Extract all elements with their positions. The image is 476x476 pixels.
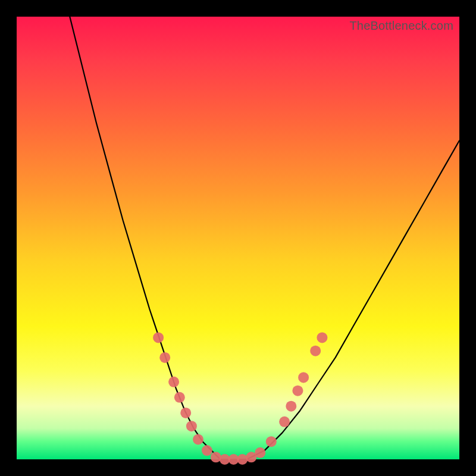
marker-dots (153, 332, 327, 465)
chart-svg (17, 17, 459, 459)
curve-line (70, 17, 459, 459)
svg-point-16 (286, 401, 296, 412)
svg-point-17 (292, 386, 303, 396)
svg-point-1 (159, 352, 170, 363)
svg-point-13 (255, 447, 265, 458)
svg-point-15 (279, 416, 290, 427)
svg-point-14 (266, 436, 277, 447)
svg-point-2 (168, 377, 179, 387)
plot-area: TheBottleneck.com (17, 17, 459, 459)
svg-point-6 (193, 434, 203, 445)
svg-point-0 (153, 332, 164, 343)
svg-point-4 (180, 408, 191, 418)
svg-point-19 (310, 346, 321, 356)
svg-point-18 (298, 372, 309, 383)
svg-point-7 (202, 445, 212, 456)
svg-point-20 (317, 332, 327, 343)
svg-point-5 (186, 421, 197, 431)
svg-point-3 (174, 392, 185, 403)
chart-frame: TheBottleneck.com (0, 0, 476, 476)
